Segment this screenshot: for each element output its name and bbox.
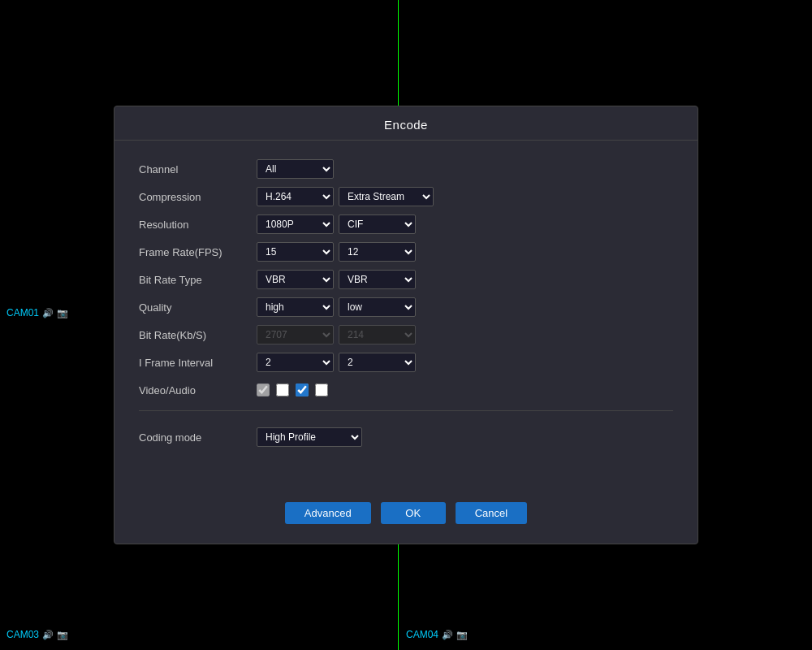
framerate-controls: 152530 121525 — [257, 242, 416, 262]
audio-checkbox-extra[interactable] — [315, 384, 328, 396]
video-checkbox-extra[interactable] — [296, 384, 309, 396]
channel-row: Channel All 1234 — [139, 157, 673, 181]
bitrate-select-extra: 214 — [339, 325, 416, 344]
bitrate-label: Bit Rate(Kb/S) — [139, 329, 257, 341]
resolution-controls: 1080P720PD1 CIFD1720P — [257, 214, 416, 234]
quality-select-extra[interactable]: lowestlowmediumhigh — [339, 297, 416, 317]
bitrate-select-main: 2707 — [257, 325, 334, 344]
dialog-body: Channel All 1234 Compression H.264H.265 — [114, 141, 698, 486]
framerate-row: Frame Rate(FPS) 152530 121525 — [139, 240, 673, 264]
compression-select-main[interactable]: H.264H.265 — [257, 187, 334, 206]
cancel-button[interactable]: Cancel — [456, 502, 527, 524]
ok-button[interactable]: OK — [381, 502, 446, 524]
framerate-label: Frame Rate(FPS) — [139, 246, 257, 258]
bitratetype-row: Bit Rate Type VBRCBR VBRCBR — [139, 267, 673, 292]
iframe-controls: 1234 1234 — [257, 353, 416, 372]
iframe-label: I Frame Interval — [139, 357, 257, 369]
resolution-select-extra[interactable]: CIFD1720P — [339, 214, 416, 234]
bitratetype-label: Bit Rate Type — [139, 274, 257, 286]
bitrate-controls: 2707 214 — [257, 325, 416, 344]
quality-select-main[interactable]: lowestlowmediumhighhigherhighest — [257, 297, 334, 317]
channel-label: Channel — [139, 163, 257, 176]
channel-select[interactable]: All 1234 — [257, 159, 334, 179]
compression-select-stream[interactable]: Extra StreamMain Stream — [339, 187, 434, 206]
bitratetype-select-main[interactable]: VBRCBR — [257, 270, 334, 289]
dialog-overlay: Encode Channel All 1234 Compression H.26… — [0, 0, 812, 650]
video-checkbox-main[interactable] — [257, 384, 270, 396]
resolution-label: Resolution — [139, 219, 257, 231]
audio-checkbox-main[interactable] — [276, 384, 289, 396]
codingmode-row: Coding mode Baseline Main Profile High P… — [139, 424, 673, 450]
quality-label: Quality — [139, 301, 257, 314]
codingmode-select[interactable]: Baseline Main Profile High Profile — [257, 427, 362, 447]
encode-dialog: Encode Channel All 1234 Compression H.26… — [114, 106, 698, 544]
quality-controls: lowestlowmediumhighhigherhighest lowestl… — [257, 297, 416, 317]
videoaudio-controls — [257, 384, 328, 396]
separator — [139, 410, 673, 411]
iframe-select-extra[interactable]: 1234 — [339, 353, 416, 372]
channel-controls: All 1234 — [257, 159, 334, 179]
videoaudio-row: Video/Audio — [139, 378, 673, 402]
framerate-select-extra[interactable]: 121525 — [339, 242, 416, 262]
bitratetype-controls: VBRCBR VBRCBR — [257, 270, 416, 289]
compression-controls: H.264H.265 Extra StreamMain Stream — [257, 187, 434, 206]
codingmode-controls: Baseline Main Profile High Profile — [257, 427, 362, 447]
videoaudio-label: Video/Audio — [139, 384, 257, 396]
dialog-footer: Advanced OK Cancel — [114, 486, 698, 544]
iframe-select-main[interactable]: 1234 — [257, 353, 334, 372]
resolution-select-main[interactable]: 1080P720PD1 — [257, 214, 334, 234]
compression-row: Compression H.264H.265 Extra StreamMain … — [139, 184, 673, 209]
iframe-row: I Frame Interval 1234 1234 — [139, 350, 673, 375]
bitratetype-select-extra[interactable]: VBRCBR — [339, 270, 416, 289]
bitrate-row: Bit Rate(Kb/S) 2707 214 — [139, 323, 673, 347]
dialog-title: Encode — [114, 106, 698, 141]
quality-row: Quality lowestlowmediumhighhigherhighest… — [139, 295, 673, 319]
framerate-select-main[interactable]: 152530 — [257, 242, 334, 262]
codingmode-label: Coding mode — [139, 431, 257, 444]
advanced-button[interactable]: Advanced — [285, 502, 371, 524]
resolution-row: Resolution 1080P720PD1 CIFD1720P — [139, 212, 673, 236]
compression-label: Compression — [139, 191, 257, 203]
